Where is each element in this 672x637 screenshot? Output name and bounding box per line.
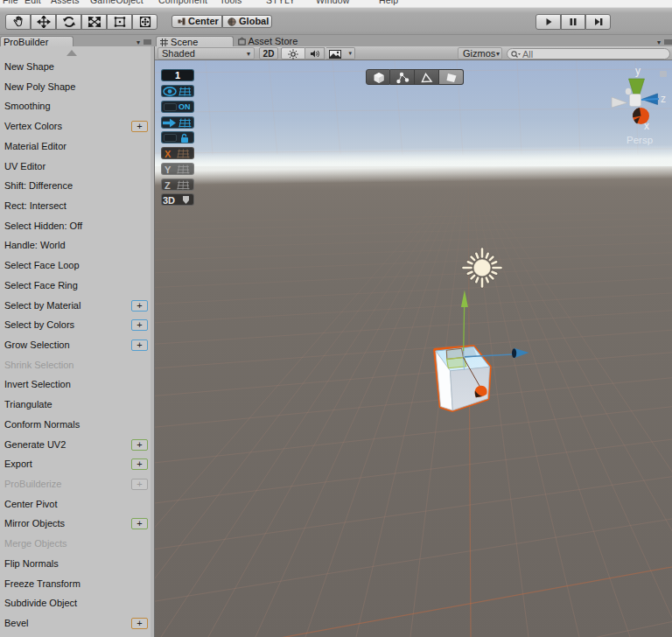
svg-text:y: y	[635, 65, 640, 77]
svg-text:X: X	[164, 149, 172, 159]
svg-text:x: x	[644, 120, 649, 132]
svg-text:Z: Z	[164, 180, 171, 191]
svg-text:z: z	[661, 93, 666, 105]
svg-text:Persp: Persp	[626, 135, 653, 145]
svg-text:3D: 3D	[163, 195, 175, 206]
svg-text:Y: Y	[164, 164, 172, 175]
